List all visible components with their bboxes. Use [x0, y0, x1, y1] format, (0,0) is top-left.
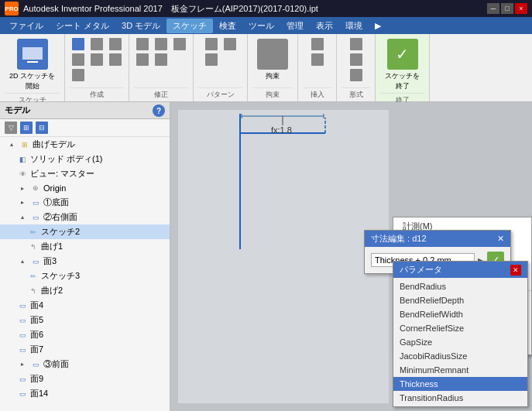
menu-more[interactable]: ▶ — [369, 19, 387, 33]
menu-sketch[interactable]: スケッチ — [166, 19, 213, 33]
tree-item-face14[interactable]: ▭ 面14 — [0, 386, 170, 401]
format2-button[interactable] — [348, 53, 365, 67]
filter-icon[interactable]: ▽ — [5, 122, 17, 134]
param-dialog-close[interactable]: ✕ — [510, 265, 521, 276]
rect-button[interactable] — [107, 37, 124, 51]
face7-icon: ▭ — [17, 344, 28, 355]
dim-dialog-close[interactable]: ✕ — [497, 234, 504, 244]
tree-item-bend1[interactable]: ↰ 曲げ1 — [0, 239, 170, 254]
insert2-button[interactable] — [309, 53, 326, 67]
ribbon-group-insert-label: 挿入 — [303, 87, 331, 100]
menu-3d-model[interactable]: 3D モデル — [115, 19, 166, 33]
app-logo: PRO — [5, 2, 19, 15]
param-jacobi-radius[interactable]: JacobiRadiusSize — [393, 349, 527, 363]
menu-inspect[interactable]: 検査 — [213, 19, 242, 33]
circ-pattern-button[interactable] — [221, 37, 239, 51]
ribbon-group-modify-label: 修正 — [134, 87, 188, 100]
tree-label-bend1: 曲げ1 — [41, 241, 63, 252]
tree-item-face3[interactable]: ▴ ▭ 面3 — [0, 254, 170, 269]
titlebar-left: PRO Autodesk Inventor Professional 2017 … — [5, 2, 318, 15]
menu-tools[interactable]: ツール — [242, 19, 280, 33]
param-minimum-remnant[interactable]: MinimumRemnant — [393, 363, 527, 377]
face-right-icon: ▭ — [30, 212, 41, 223]
tree-item-sketch3[interactable]: ✏ スケッチ3 — [0, 269, 170, 283]
menu-view[interactable]: 表示 — [310, 19, 339, 33]
bend1-icon: ↰ — [28, 241, 39, 252]
arc-button[interactable] — [70, 53, 87, 67]
tree-item-face-right[interactable]: ▴ ▭ ②右側面 — [0, 210, 170, 224]
tree-item-face6[interactable]: ▭ 面6 — [0, 327, 170, 342]
tree-item-face7[interactable]: ▭ 面7 — [0, 342, 170, 357]
tree-item-face-bottom[interactable]: ▸ ▭ ①底面 — [0, 195, 170, 210]
finish-sketch-button[interactable]: ✓ スケッチを終了 — [380, 37, 424, 93]
tree-item-face9[interactable]: ▭ 面9 — [0, 372, 170, 386]
tree-label-face-right: ②右側面 — [43, 211, 77, 223]
rect-pattern-button[interactable] — [203, 37, 220, 51]
format3-button[interactable] — [348, 68, 365, 82]
param-corner-relief-size[interactable]: CornerReliefSize — [393, 321, 527, 335]
tree-item-view-master[interactable]: 👁 ビュー: マスター — [0, 166, 170, 181]
param-dialog-header: パラメータ ✕ — [393, 262, 527, 278]
menu-file[interactable]: ファイル — [3, 19, 50, 33]
spline-button[interactable] — [88, 53, 105, 67]
fillet-button[interactable] — [134, 37, 151, 51]
ribbon-group-create: 作成 — [65, 34, 129, 101]
menu-sheet-metal[interactable]: シート メタル — [50, 19, 115, 33]
tree-label-solid-body: ソリッド ボディ(1) — [30, 153, 103, 165]
insert-button[interactable] — [309, 37, 326, 51]
tree-label-bend2: 曲げ2 — [41, 285, 63, 296]
constrain-button[interactable]: 拘束 — [252, 37, 293, 83]
help-icon[interactable]: ? — [153, 104, 165, 117]
param-thickness[interactable]: Thickness — [393, 377, 527, 391]
sketch-svg — [178, 110, 389, 403]
face-bottom-icon: ▭ — [30, 197, 41, 208]
text-button[interactable] — [70, 68, 87, 82]
extend-button[interactable] — [171, 37, 188, 51]
line-button[interactable] — [70, 37, 87, 51]
param-transition-radius[interactable]: TransitionRadius — [393, 391, 527, 405]
tree-item-face4[interactable]: ▭ 面4 — [0, 298, 170, 313]
param-gap-size[interactable]: GapSize — [393, 335, 527, 349]
pattern-buttons — [203, 37, 239, 87]
point-button[interactable] — [107, 53, 124, 67]
face3-icon: ▭ — [30, 256, 41, 267]
offset-button[interactable] — [153, 53, 170, 67]
minimize-button[interactable]: ─ — [487, 3, 499, 14]
tree-label-sketch3: スケッチ3 — [41, 270, 80, 282]
face14-icon: ▭ — [17, 389, 28, 399]
param-bend-radius[interactable]: BendRadius — [393, 279, 527, 293]
tree-item-origin[interactable]: ▸ ⊕ Origin — [0, 181, 170, 195]
collapse-all-icon[interactable]: ⊟ — [36, 122, 48, 134]
tree-item-solid-body[interactable]: ◧ ソリッド ボディ(1) — [0, 152, 170, 166]
window-controls[interactable]: ─ □ × — [487, 3, 527, 14]
param-bend-relief-width[interactable]: BendReliefWidth — [393, 307, 527, 321]
menu-env[interactable]: 環境 — [339, 19, 369, 33]
face-front-icon: ▭ — [30, 359, 41, 370]
ribbon-group-insert: 挿入 — [298, 34, 337, 101]
tree-item-bend-model[interactable]: ▴ ⊞ 曲げモデル — [0, 137, 170, 152]
start-2d-sketch-button[interactable]: 2D スケッチを開始 — [5, 37, 60, 93]
model-tree-title: モデル — [5, 104, 30, 116]
tree-item-bend2[interactable]: ↰ 曲げ2 — [0, 283, 170, 298]
maximize-button[interactable]: □ — [501, 3, 513, 14]
split-button[interactable] — [134, 53, 151, 67]
tree-label-bend-model: 曲げモデル — [33, 139, 75, 150]
close-button[interactable]: × — [515, 3, 527, 14]
ribbon: 2D スケッチを開始 スケッチ — [0, 34, 532, 102]
face-bottom-expand-icon: ▸ — [17, 197, 28, 208]
menu-manage[interactable]: 管理 — [280, 19, 310, 33]
circle-button[interactable] — [88, 37, 105, 51]
dim-dialog-title: 寸法編集 : d12 — [371, 233, 427, 245]
tree-item-face-front[interactable]: ▸ ▭ ③前面 — [0, 357, 170, 372]
tree-item-face5[interactable]: ▭ 面5 — [0, 313, 170, 327]
format-button[interactable] — [348, 37, 365, 51]
canvas-area[interactable]: fx:1.8 計測(M) 寸法を表示 公差... パラメータを一覧表示 Thic… — [170, 102, 532, 411]
param-bend-relief-depth[interactable]: BendReliefDepth — [393, 293, 527, 307]
ribbon-group-format-label: 形式 — [342, 87, 370, 100]
expand-all-icon[interactable]: ⊞ — [20, 122, 33, 134]
mirror-button[interactable] — [203, 53, 220, 67]
sketch-icon — [17, 39, 48, 70]
trim-button[interactable] — [153, 37, 170, 51]
main-area: モデル ? ✕ ▽ ⊞ ⊟ ▴ ⊞ 曲げモデル ◧ ソリッド ボディ(1) 👁 … — [0, 102, 532, 411]
tree-item-sketch2[interactable]: ✏ スケッチ2 — [0, 224, 170, 239]
